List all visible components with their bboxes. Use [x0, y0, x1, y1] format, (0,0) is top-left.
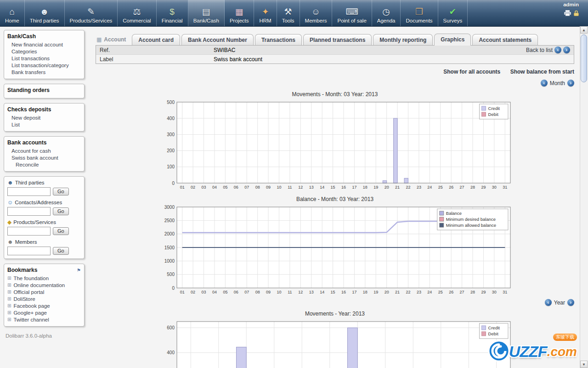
chart-movements-year: Movements - Year: 2013020040060001020304… — [156, 310, 514, 368]
tab-monthly-reporting[interactable]: Monthly reporting — [373, 34, 433, 45]
svg-text:30: 30 — [492, 290, 497, 294]
tab-planned-transactions[interactable]: Planned transactions — [303, 34, 372, 45]
search-group-products-services: ◆Products/Services — [7, 219, 81, 225]
sidebar-item-bank-transfers[interactable]: Bank transfers — [7, 69, 81, 75]
chart-movements-month: Movements - Month: 03 Year: 201301002003… — [156, 91, 514, 191]
bookmarks-title[interactable]: Bookmarks⚑ — [7, 267, 81, 273]
menu-products-services[interactable]: ✎Products/Services — [65, 0, 118, 26]
tab-bank-account-number[interactable]: Bank Account Number — [181, 34, 254, 45]
bookmark-dolistore[interactable]: ⊞DoliStore — [7, 295, 81, 302]
svg-text:27: 27 — [460, 290, 464, 294]
svg-text:25: 25 — [438, 185, 443, 190]
menu-hrm[interactable]: ✦HRM — [254, 0, 277, 26]
logout-lock-icon[interactable] — [574, 10, 579, 17]
prev-year-icon[interactable]: ‹ — [545, 299, 552, 306]
menu-projects[interactable]: ▦Projects — [225, 0, 254, 26]
search-label-third-parties[interactable]: Third parties — [15, 180, 45, 185]
bookmark-twitter-channel[interactable]: ⊞Twitter channel — [7, 316, 81, 323]
left-sidebar: Bank/CashNew financial accountCategories… — [0, 26, 88, 368]
sidebar-item-new-deposit[interactable]: New deposit — [7, 114, 81, 121]
object-type-label: ▦ Account — [96, 34, 130, 45]
svg-text:500: 500 — [167, 272, 175, 277]
bookmark-label: DoliStore — [13, 296, 35, 302]
svg-text:11: 11 — [288, 185, 292, 190]
go-button-third-parties[interactable]: Go — [53, 188, 69, 196]
search-label-contacts-addresses[interactable]: Contacts/Addresses — [15, 200, 62, 205]
menu-label: Surveys — [443, 18, 463, 23]
tab-account-card[interactable]: Account card — [132, 34, 180, 45]
svg-text:09: 09 — [266, 290, 271, 294]
bookmark-official-portal[interactable]: ⊞Official portal — [7, 288, 81, 295]
tab-graphics[interactable]: Graphics — [434, 34, 471, 46]
search-input-products-services[interactable] — [7, 227, 51, 236]
menu-documents[interactable]: ❒Documents — [401, 0, 438, 26]
svg-text:27: 27 — [460, 185, 464, 190]
scrollbar-thumb[interactable] — [581, 34, 587, 82]
menu-financial[interactable]: $Financial — [157, 0, 188, 26]
prev-month-icon[interactable]: ‹ — [541, 80, 548, 86]
logged-user[interactable]: admin — [563, 2, 579, 7]
menu-label: Commercial — [123, 18, 151, 23]
sidebar-section-title[interactable]: Checks deposits — [7, 106, 81, 113]
show-balance-from-start-link[interactable]: Show balance from start — [510, 69, 574, 75]
scroll-up-icon[interactable]: ▲ — [580, 26, 588, 34]
svg-text:500: 500 — [167, 100, 175, 105]
sidebar-item-reconcile[interactable]: Reconcile — [7, 161, 81, 168]
search-label-products-services[interactable]: Products/Services — [13, 219, 56, 225]
go-button-products-services[interactable]: Go — [53, 227, 69, 235]
search-input-third-parties[interactable] — [7, 187, 51, 196]
menu-surveys[interactable]: ✔Surveys — [438, 0, 468, 26]
sidebar-item-categories[interactable]: Categories — [7, 48, 81, 55]
menu-bank-cash[interactable]: ▤Bank/Cash — [188, 0, 225, 26]
field-label: Label — [100, 56, 214, 63]
svg-text:21: 21 — [395, 185, 400, 190]
sidebar-section-title[interactable]: Bank accounts — [7, 139, 81, 146]
bookmark-icon: ⊞ — [7, 310, 11, 315]
vertical-scrollbar[interactable]: ▲ ▼ — [580, 26, 588, 368]
svg-text:07: 07 — [244, 185, 249, 190]
search-input-contacts-addresses[interactable] — [7, 207, 51, 216]
menu-home[interactable]: ⌂Home — [0, 0, 25, 26]
svg-text:100: 100 — [167, 164, 175, 169]
add-bookmark-icon[interactable]: ⚑ — [77, 268, 81, 273]
menu-point-of-sale[interactable]: ⌨Point of sale — [332, 0, 372, 26]
record-row-label: Label Swiss bank account — [96, 54, 574, 63]
print-icon[interactable] — [564, 10, 571, 17]
menu-agenda[interactable]: ◷Agenda — [372, 0, 401, 26]
bookmark-facebook-page[interactable]: ⊞Facebook page — [7, 302, 81, 309]
sidebar-item-list[interactable]: List — [7, 121, 81, 128]
next-record-icon[interactable]: › — [563, 46, 570, 53]
bookmark-online-documentation[interactable]: ⊞Online documentation — [7, 282, 81, 288]
svg-text:21: 21 — [395, 290, 400, 294]
month-nav: ‹ Month › — [96, 80, 574, 86]
search-label-members[interactable]: Members — [15, 239, 37, 245]
bookmark-google-page[interactable]: ⊞Google+ page — [7, 309, 81, 316]
menu-tools[interactable]: ⚒Tools — [277, 0, 300, 26]
search-group-third-parties: ☻Third parties — [7, 179, 81, 186]
bookmark-the-foundation[interactable]: ⊞The foundation — [7, 275, 81, 282]
sidebar-item-swiss-bank-account[interactable]: Swiss bank account — [7, 154, 81, 161]
chart-title-0: Movements - Month: 03 Year: 2013 — [156, 91, 514, 98]
sidebar-item-new-financial-account[interactable]: New financial account — [7, 41, 81, 48]
menu-commercial[interactable]: ⚖Commercial — [118, 0, 156, 26]
next-month-icon[interactable]: › — [567, 80, 574, 86]
back-to-list-link[interactable]: Back to list — [526, 47, 553, 53]
show-all-accounts-link[interactable]: Show for all accounts — [443, 69, 500, 75]
svg-text:2500: 2500 — [164, 218, 175, 223]
go-button-members[interactable]: Go — [53, 247, 69, 255]
menu-members[interactable]: ☺Members — [300, 0, 333, 26]
svg-text:23: 23 — [417, 290, 421, 294]
scroll-down-icon[interactable]: ▼ — [580, 361, 588, 368]
next-year-icon[interactable]: › — [567, 299, 574, 306]
search-input-members[interactable] — [7, 247, 51, 255]
sidebar-section-title[interactable]: Bank/Cash — [7, 33, 81, 40]
sidebar-item-list-transactions[interactable]: List transactions — [7, 55, 81, 62]
go-button-contacts-addresses[interactable]: Go — [53, 207, 69, 215]
tab-transactions[interactable]: Transactions — [255, 34, 302, 45]
menu-third-parties[interactable]: ☻Third parties — [25, 0, 65, 26]
sidebar-item-list-transaction-category[interactable]: List transaction/category — [7, 62, 81, 69]
prev-record-icon[interactable]: ‹ — [554, 46, 561, 53]
tab-account-statements[interactable]: Account statements — [472, 34, 538, 45]
sidebar-section-title[interactable]: Standing orders — [7, 87, 81, 93]
sidebar-item-account-for-cash[interactable]: Account for cash — [7, 147, 81, 154]
